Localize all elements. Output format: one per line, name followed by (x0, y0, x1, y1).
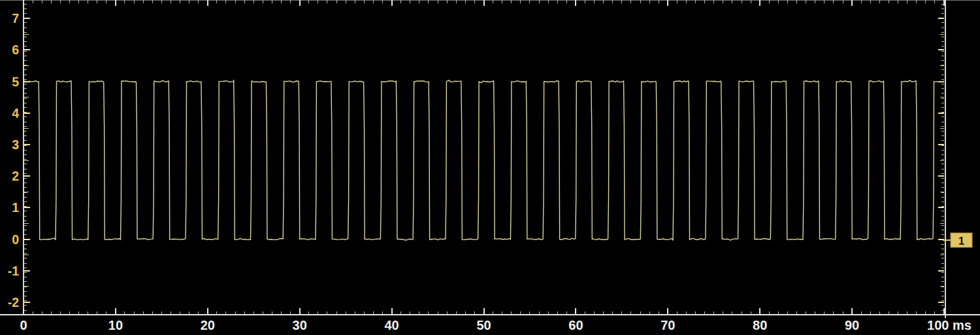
waveform-trace-group (24, 80, 944, 241)
waveform-plot: 76543210-1-20102030405060708090100 ms 1 (0, 0, 980, 335)
y-tick-label: 6 (12, 43, 19, 57)
x-tick-label: 50 (476, 318, 491, 332)
oscilloscope-display: 76543210-1-20102030405060708090100 ms 1 (0, 0, 980, 335)
y-tick-label: 3 (12, 137, 19, 152)
x-tick-label: 0 (20, 318, 27, 332)
x-tick-label: 40 (384, 318, 399, 332)
graticule-axes (0, 0, 980, 318)
x-tick-label: 60 (568, 318, 583, 332)
y-tick-label: 7 (12, 11, 19, 26)
channel-marker-label: 1 (958, 235, 964, 247)
y-tick-label: 5 (12, 75, 19, 89)
x-tick-label: 20 (201, 318, 215, 332)
x-tick-label: 70 (661, 318, 675, 332)
y-tick-label: 0 (12, 232, 19, 247)
y-tick-label: -1 (8, 264, 19, 278)
y-tick-label: 4 (12, 106, 19, 120)
y-tick-label: -2 (8, 295, 19, 309)
x-tick-label: 80 (753, 318, 767, 332)
x-tick-label: 90 (845, 318, 859, 332)
axis-labels: 76543210-1-20102030405060708090100 ms (8, 11, 972, 332)
y-tick-label: 1 (12, 200, 19, 215)
x-tick-label: 30 (293, 318, 307, 332)
y-tick-label: 2 (12, 169, 19, 183)
x-tick-label: 100 ms (927, 318, 972, 332)
channel-1-marker[interactable]: 1 (943, 233, 972, 247)
x-tick-label: 10 (108, 318, 123, 332)
waveform-trace (24, 80, 944, 241)
